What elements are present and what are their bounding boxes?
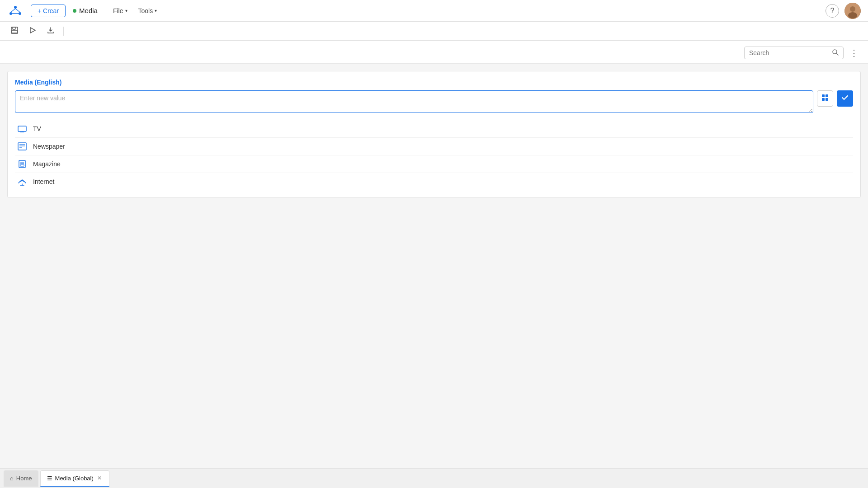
media-global-tab[interactable]: ☰ Media (Global) ✕: [40, 470, 109, 487]
new-value-area: [15, 90, 853, 113]
internet-label: Internet: [33, 178, 54, 185]
play-icon: [29, 27, 36, 36]
save-button[interactable]: [7, 24, 22, 38]
home-tab[interactable]: ⌂ Home: [4, 470, 38, 487]
svg-point-7: [850, 6, 855, 12]
newspaper-label: Newspaper: [33, 143, 65, 150]
svg-rect-18: [826, 98, 828, 101]
svg-rect-17: [822, 98, 825, 101]
search-box: [744, 47, 844, 59]
user-avatar[interactable]: [844, 3, 861, 19]
svg-rect-19: [18, 126, 26, 131]
avatar-image: [844, 3, 861, 19]
search-area: ⋮: [0, 41, 868, 64]
svg-rect-11: [12, 30, 17, 33]
grid-icon: [821, 94, 829, 103]
list-item[interactable]: Magazine: [15, 155, 853, 173]
svg-line-14: [836, 53, 838, 55]
more-options-button[interactable]: ⋮: [847, 46, 861, 60]
play-button[interactable]: [25, 24, 40, 38]
svg-marker-12: [30, 28, 35, 33]
main-content: Media (English): [0, 64, 868, 469]
svg-rect-22: [18, 143, 26, 150]
tools-menu[interactable]: Tools ▾: [134, 5, 162, 16]
svg-line-3: [11, 9, 15, 12]
list-item[interactable]: Internet: [15, 173, 853, 190]
tv-label: TV: [33, 125, 41, 132]
nav-right: ?: [826, 3, 861, 19]
app-logo[interactable]: [7, 3, 24, 19]
home-tab-label: Home: [16, 475, 32, 482]
crear-button[interactable]: + Crear: [31, 5, 66, 17]
file-menu[interactable]: File ▾: [108, 5, 132, 16]
magazine-label: Magazine: [33, 160, 61, 168]
svg-point-0: [14, 6, 17, 9]
internet-icon: [17, 178, 28, 186]
save-icon: [10, 26, 19, 36]
svg-rect-29: [20, 164, 24, 166]
media-global-label: Media (Global): [55, 475, 94, 482]
list-item[interactable]: TV: [15, 120, 853, 138]
svg-point-8: [848, 12, 857, 19]
magazine-icon: [17, 160, 28, 168]
new-value-input[interactable]: [15, 90, 813, 113]
svg-line-4: [15, 9, 20, 12]
bottom-tabs: ⌂ Home ☰ Media (Global) ✕: [0, 468, 868, 488]
media-label-container: Media: [73, 7, 98, 14]
export-button[interactable]: [43, 24, 58, 38]
section-title: Media (English): [15, 79, 853, 86]
check-icon: [841, 94, 849, 103]
toolbar: [0, 22, 868, 41]
icon-picker-button[interactable]: [817, 90, 833, 107]
question-icon: ?: [830, 7, 835, 15]
svg-rect-15: [822, 94, 825, 97]
nav-menu: File ▾ Tools ▾: [108, 5, 161, 16]
home-icon: ⌂: [10, 475, 14, 482]
media-list: TV Newspaper: [15, 120, 853, 190]
tab-close-button[interactable]: ✕: [96, 474, 103, 482]
confirm-button[interactable]: [837, 90, 853, 107]
tools-label: Tools: [138, 7, 153, 14]
list-item[interactable]: Newspaper: [15, 138, 853, 155]
status-dot: [73, 9, 76, 13]
export-icon: [47, 27, 54, 36]
media-title: Media: [79, 7, 98, 14]
file-chevron-icon: ▾: [125, 8, 127, 13]
search-icon[interactable]: [832, 49, 839, 57]
media-card: Media (English): [7, 71, 861, 198]
top-navigation: + Crear Media File ▾ Tools ▾ ?: [0, 0, 868, 22]
media-tab-icon: ☰: [47, 475, 52, 482]
vertical-dots-icon: ⋮: [849, 47, 859, 58]
search-input[interactable]: [749, 49, 832, 56]
file-label: File: [113, 7, 123, 14]
help-button[interactable]: ?: [826, 4, 839, 18]
tv-icon: [17, 125, 28, 133]
newspaper-icon: [17, 142, 28, 150]
toolbar-separator: [63, 27, 64, 36]
tools-chevron-icon: ▾: [155, 8, 157, 13]
svg-rect-26: [19, 160, 25, 168]
svg-rect-16: [826, 94, 828, 97]
